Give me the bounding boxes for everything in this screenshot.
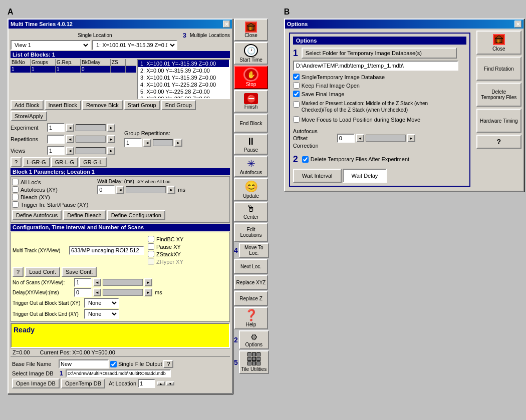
remove-block-btn[interactable]: Remove Blck bbox=[82, 100, 123, 110]
save-final-check[interactable] bbox=[293, 91, 300, 97]
open-temp-db-btn[interactable]: OpenTemp DB bbox=[61, 378, 105, 388]
zstack-check[interactable] bbox=[148, 251, 154, 257]
marked-check[interactable] bbox=[293, 101, 300, 108]
update-btn[interactable]: 😊 Update bbox=[234, 178, 268, 201]
table-row[interactable]: 1 1 1 0 bbox=[11, 66, 136, 73]
del-right-btn[interactable]: ► bbox=[144, 288, 152, 296]
options-close-x[interactable]: ✕ bbox=[514, 21, 521, 28]
greps-left-btn[interactable]: ◄ bbox=[143, 139, 151, 147]
group-reps-input[interactable] bbox=[124, 138, 142, 147]
close-btn-a[interactable]: ✕ bbox=[223, 21, 230, 28]
ns-right-btn[interactable]: ► bbox=[144, 278, 152, 286]
loc-item-6[interactable]: 6: X=0.00 Y=-225.28 Z=0.00 bbox=[138, 95, 229, 99]
open-image-db-btn[interactable]: Open Image DB bbox=[12, 378, 60, 388]
experiment-input[interactable] bbox=[47, 123, 65, 132]
pause-btn[interactable]: ⏸ Pause bbox=[234, 134, 268, 155]
at-loc-up-btn[interactable]: ▲ bbox=[157, 381, 165, 385]
start-group-btn[interactable]: Start Group bbox=[124, 100, 160, 110]
file-help-btn[interactable]: ? bbox=[163, 360, 173, 368]
next-loc-btn[interactable]: Next Loc. bbox=[234, 259, 268, 274]
pause-xy-check[interactable] bbox=[148, 243, 154, 250]
define-bleach-btn[interactable]: Define Bleach bbox=[63, 210, 106, 220]
wd-left-btn[interactable]: ◄ bbox=[116, 186, 124, 194]
at-loc-down-btn[interactable]: ▼ bbox=[166, 381, 174, 385]
keep-final-check[interactable] bbox=[293, 82, 300, 89]
autofocus-offset-input[interactable] bbox=[337, 134, 355, 143]
add-block-btn[interactable]: Add Block bbox=[11, 100, 44, 110]
options-close-btn[interactable]: Close bbox=[476, 31, 521, 55]
greps-right-btn[interactable]: ► bbox=[174, 139, 182, 147]
replace-z-btn[interactable]: Replace Z bbox=[234, 291, 268, 306]
zhyper-check[interactable] bbox=[148, 258, 154, 265]
replace-xyz-btn[interactable]: Replace XYZ bbox=[234, 275, 268, 290]
single-file-check[interactable] bbox=[110, 361, 117, 367]
views-right-btn[interactable]: ► bbox=[107, 147, 115, 155]
wait-delay-input[interactable] bbox=[97, 185, 115, 194]
loc-item-4[interactable]: 4: X=100.01 Y=-225.28 Z=0.00 bbox=[138, 81, 229, 88]
finish-btn[interactable]: ⛔ Finish bbox=[234, 90, 268, 113]
save-conf-btn[interactable]: Save Conf. bbox=[62, 267, 97, 277]
at-location-input[interactable] bbox=[138, 379, 155, 388]
db-path-input[interactable] bbox=[66, 369, 171, 377]
autofocus-btn[interactable]: ✳ Autofocus bbox=[234, 156, 268, 177]
options-btn[interactable]: ⚙ Options bbox=[239, 330, 269, 349]
store-apply-btn[interactable]: Store/Apply bbox=[11, 111, 47, 121]
trigger-check[interactable] bbox=[12, 201, 19, 208]
loc-item-1[interactable]: 1: X=100.01 Y=-315.39 Z=0.00 bbox=[138, 60, 229, 67]
center-btn[interactable]: 🖱 Center bbox=[234, 202, 268, 222]
gr-l-g-btn[interactable]: GR-L-G bbox=[51, 157, 79, 167]
wait-interval-btn[interactable]: Wait Interval bbox=[293, 169, 342, 183]
delete-temp-files-btn[interactable]: Delete Temporary Files bbox=[476, 83, 521, 107]
wd-right-btn[interactable]: ► bbox=[167, 186, 175, 194]
exp-left-btn[interactable]: ◄ bbox=[66, 124, 74, 132]
load-conf-btn[interactable]: Load Conf. bbox=[25, 267, 60, 277]
delete-temp-check[interactable] bbox=[302, 156, 309, 163]
autofocus-check[interactable] bbox=[12, 186, 19, 193]
delay-input[interactable] bbox=[74, 288, 92, 297]
ao-right-btn[interactable]: ► bbox=[407, 134, 415, 142]
del-left-btn[interactable]: ◄ bbox=[93, 288, 101, 296]
loc-item-3[interactable]: 3: X=100.01 Y=-315.39 Z=0.00 bbox=[138, 74, 229, 81]
start-time-btn[interactable]: 🕐 Start Time bbox=[234, 42, 268, 65]
wait-delay-btn[interactable]: Wait Delay bbox=[343, 169, 387, 183]
options-help-btn[interactable]: ? bbox=[476, 135, 521, 149]
edit-locations-btn[interactable]: Edit Locations bbox=[234, 223, 268, 242]
define-config-btn[interactable]: Define Configuration bbox=[107, 210, 165, 220]
views-input[interactable] bbox=[47, 146, 65, 155]
define-autofocus-btn[interactable]: Define Autofocus bbox=[12, 210, 62, 220]
q-btn[interactable]: ? bbox=[13, 267, 24, 277]
findbc-check[interactable] bbox=[148, 236, 154, 242]
loc-item-2[interactable]: 2: X=0.00 Y=-315.39 Z=0.00 bbox=[138, 67, 229, 74]
bleach-check[interactable] bbox=[12, 194, 19, 200]
gr-g-l-btn[interactable]: GR-G-L bbox=[79, 157, 107, 167]
rep-left-btn[interactable]: ◄ bbox=[66, 135, 74, 143]
trigger-end-select[interactable]: None bbox=[84, 309, 119, 319]
select-folder-btn[interactable]: Select Folder for Temporary Image Databa… bbox=[302, 48, 457, 59]
ao-left-btn[interactable]: ◄ bbox=[356, 134, 364, 142]
location-select[interactable]: 1: X=100.01 Y=-315.39 Z=0.00 bbox=[92, 40, 177, 50]
end-group-btn[interactable]: End Group bbox=[161, 100, 196, 110]
insert-block-btn[interactable]: Insert Block bbox=[45, 100, 81, 110]
hardware-timing-btn[interactable]: Hardware Timing bbox=[476, 109, 521, 133]
views-left-btn[interactable]: ◄ bbox=[66, 147, 74, 155]
rep-right-btn[interactable]: ► bbox=[107, 135, 115, 143]
exp-right-btn[interactable]: ► bbox=[107, 124, 115, 132]
end-block-btn[interactable]: End Block bbox=[234, 114, 268, 133]
find-rotation-btn[interactable]: Find Rotation bbox=[476, 57, 521, 81]
repetitions-input[interactable] bbox=[47, 135, 65, 144]
tile-utilities-btn[interactable]: Tile Utilities bbox=[239, 350, 269, 374]
config-value[interactable] bbox=[69, 246, 144, 255]
close-sidebar-btn[interactable]: Close bbox=[234, 19, 268, 41]
all-locs-check[interactable] bbox=[12, 179, 19, 185]
move-to-loc-btn[interactable]: Move To Loc. bbox=[239, 243, 269, 258]
move-focus-check[interactable] bbox=[293, 116, 300, 123]
stop-btn[interactable]: ✋ Stop bbox=[234, 66, 268, 89]
base-file-input[interactable] bbox=[59, 359, 109, 368]
no-scans-input[interactable] bbox=[74, 278, 92, 287]
help-btn[interactable]: ❓ Help bbox=[234, 307, 268, 329]
location-listbox[interactable]: 1: X=100.01 Y=-315.39 Z=0.00 2: X=0.00 Y… bbox=[137, 59, 230, 99]
loc-item-5[interactable]: 5: X=0.00 Y=-225.28 Z=0.00 bbox=[138, 88, 229, 95]
trigger-start-select[interactable]: None bbox=[84, 298, 119, 308]
view-select[interactable]: View 1 bbox=[11, 40, 91, 50]
l-gr-g-btn[interactable]: L-GR-G bbox=[23, 157, 50, 167]
